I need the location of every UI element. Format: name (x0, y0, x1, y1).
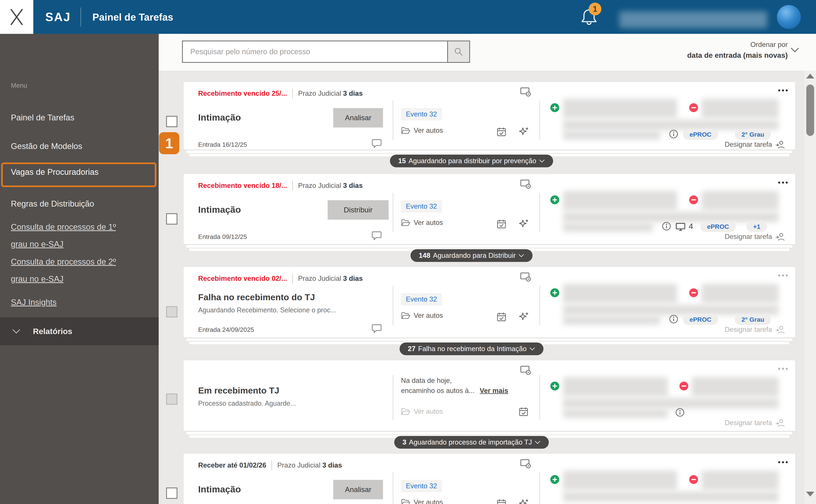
sidebar-relatorios-label: Relatórios (33, 327, 72, 336)
divider (272, 460, 272, 470)
top-bar: SAJ Painel de Tarefas 1 (0, 0, 816, 34)
sparkle-icon[interactable] (518, 498, 529, 504)
search-button[interactable] (448, 41, 470, 63)
ver-autos-link[interactable]: Ver autos (401, 498, 443, 504)
calendar-check-icon[interactable] (496, 499, 506, 504)
task-card-em-recebimento: Em recebimento TJ Processo cadastrado. A… (183, 360, 795, 431)
close-menu-button[interactable] (0, 0, 33, 34)
card-checkbox[interactable] (166, 116, 177, 127)
prazo-label: Prazo Judicial (298, 182, 341, 189)
party-plus-icon (550, 103, 560, 113)
evento-link[interactable]: Evento 32 (401, 480, 442, 492)
sort-chevron-icon[interactable] (790, 47, 799, 53)
prazo-value: 3 dias (343, 275, 363, 282)
designar-tarefa-button: Designar tarefa (725, 418, 786, 428)
card-menu-button[interactable] (778, 182, 788, 184)
user-name-redacted[interactable] (620, 11, 767, 28)
designar-label: Designar tarefa (725, 233, 772, 241)
folder-icon (401, 219, 411, 227)
designar-tarefa-button[interactable]: Designar tarefa (725, 232, 786, 241)
monitor-count: 4 (689, 222, 693, 231)
sidebar-link-consulta-1-grau[interactable]: Consulta de processos de 1º grau no e-SA… (11, 218, 130, 253)
app-logo: SAJ (45, 10, 71, 24)
page-title: Painel de Tarefas (92, 11, 173, 23)
scrollbar-down-arrow[interactable] (806, 492, 814, 497)
evento-link[interactable]: Evento 32 (401, 293, 442, 305)
divider (393, 472, 393, 504)
card-checkbox[interactable] (166, 213, 177, 225)
evento-link[interactable]: Evento 32 (401, 108, 442, 120)
screen-capture-icon[interactable] (520, 87, 531, 97)
card-menu-button[interactable] (778, 274, 788, 276)
monitor-icon (675, 222, 686, 231)
person-add-icon (775, 325, 786, 334)
ver-autos-label: Ver autos (414, 312, 443, 319)
sparkle-icon[interactable] (518, 126, 529, 138)
redacted-party-name (563, 284, 677, 303)
sidebar-item-painel-de-tarefas[interactable]: Painel de Tarefas (11, 113, 74, 122)
group-pill-prevencao[interactable]: 15 Aguardando para distribuir por preven… (390, 155, 553, 167)
screen-capture-icon[interactable] (520, 179, 531, 189)
group-pill-falha[interactable]: 27 Falha no recebimento da Intimação (399, 342, 543, 355)
search-input[interactable] (182, 41, 448, 63)
divider (393, 101, 393, 140)
info-icon[interactable] (662, 222, 671, 231)
stack-edge (186, 338, 793, 341)
analisar-button[interactable]: Analisar (333, 108, 383, 127)
sidebar-section-relatorios[interactable]: Relatórios (0, 317, 159, 345)
screen-capture-icon[interactable] (520, 365, 531, 376)
sparkle-icon[interactable] (518, 218, 529, 230)
group-pill-importacao[interactable]: 3 Aguardando processo de importação TJ (394, 436, 549, 449)
calendar-check-icon[interactable] (496, 127, 506, 137)
screen-capture-icon[interactable] (520, 459, 531, 469)
card-title: Intimação (198, 112, 241, 123)
sparkle-icon[interactable] (518, 311, 529, 323)
badge-plus1[interactable]: +1 (746, 221, 767, 232)
avatar[interactable] (777, 5, 801, 29)
ver-autos-link[interactable]: Ver autos (401, 311, 443, 320)
entrada-date: Entrada 16/12/25 (198, 141, 247, 148)
calendar-check-icon[interactable] (496, 219, 506, 229)
info-icon[interactable] (669, 129, 678, 139)
card-checkbox[interactable] (166, 488, 177, 499)
distribuir-button[interactable]: Distribuir (328, 200, 389, 220)
comment-icon[interactable] (371, 138, 382, 148)
sidebar-link-consulta-2-grau[interactable]: Consulta de processos de 2º grau no e-SA… (11, 253, 130, 288)
designar-label: Designar tarefa (725, 141, 772, 148)
card-menu-button[interactable] (778, 368, 788, 370)
sidebar-item-vagas-de-procuradorias[interactable]: Vagas de Procuradorias (11, 167, 99, 177)
sort-value: data de entrada (mais novas) (687, 51, 788, 59)
divider (539, 193, 540, 232)
calendar-check-icon[interactable] (496, 312, 506, 322)
scrollbar-up-arrow[interactable] (806, 74, 814, 79)
scrollbar-thumb[interactable] (806, 84, 814, 136)
analisar-button[interactable]: Analisar (333, 480, 383, 499)
evento-link[interactable]: Evento 32 (401, 200, 442, 213)
annotation-step-badge: 1 (159, 132, 179, 154)
comment-icon[interactable] (371, 323, 382, 333)
info-icon[interactable] (669, 314, 678, 324)
group-pill-distribuir[interactable]: 148 Aguardando para Distribuir (411, 249, 532, 262)
redacted-case-number (563, 316, 660, 325)
ver-autos-label: Ver autos (414, 219, 443, 227)
ver-autos-link[interactable]: Ver autos (401, 126, 443, 135)
card-menu-button[interactable] (778, 89, 788, 91)
screen-capture-icon[interactable] (520, 272, 531, 282)
sidebar-item-gestao-de-modelos[interactable]: Gestão de Modelos (11, 142, 82, 151)
info-icon[interactable] (675, 408, 685, 417)
party-plus-icon (550, 195, 560, 205)
redacted-party-name (563, 99, 677, 118)
sort-control[interactable]: Ordenar por data de entrada (mais novas) (687, 41, 788, 59)
sidebar-link-saj-insights[interactable]: SAJ Insights (11, 294, 130, 311)
ver-autos-link[interactable]: Ver autos (401, 219, 443, 227)
divider (292, 89, 293, 98)
comment-icon[interactable] (371, 231, 382, 240)
calendar-check-icon[interactable] (518, 407, 528, 417)
card-menu-button[interactable] (778, 461, 788, 463)
ver-mais-link[interactable]: Ver mais (480, 387, 508, 394)
sidebar-menu-label: Menu (11, 82, 27, 89)
designar-tarefa-button[interactable]: Designar tarefa (725, 140, 786, 149)
sidebar-item-regras-de-distribuicao[interactable]: Regras de Distribuição (11, 199, 94, 208)
prazo-value: 3 dias (343, 182, 363, 189)
divider (539, 472, 540, 504)
